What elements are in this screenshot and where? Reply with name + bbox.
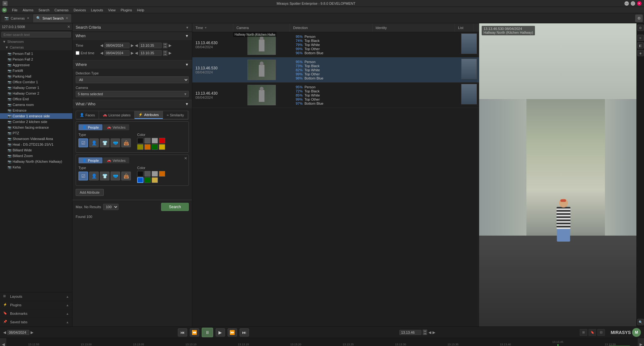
time-spin-down-btn[interactable]: ▼ (423, 332, 427, 335)
date-start-input[interactable] (104, 43, 130, 48)
cameras-section[interactable]: ▼ Cameras (0, 44, 72, 50)
color-black-1[interactable] (137, 138, 143, 144)
tab-settings-btn[interactable]: ⚙ (635, 15, 643, 22)
sidebar-close-btn[interactable]: ✕ (67, 25, 70, 29)
col-header-identity[interactable]: Identity (373, 23, 455, 32)
tab-cameras-close[interactable]: ✕ (27, 16, 29, 20)
settings-gear-btn[interactable]: ⚙ (637, 25, 644, 31)
settings-btn-3[interactable]: ◧ (637, 42, 644, 49)
minimize-button[interactable]: — (624, 1, 629, 6)
sidebar-saved-tabs[interactable]: 📌 Saved tabs ▲ (0, 318, 72, 326)
col-header-time[interactable]: Time ▼ (192, 23, 233, 32)
color-darkgray-1[interactable] (144, 138, 151, 144)
type-person-btn-2[interactable]: 👤 (89, 172, 99, 180)
time-prev-bottom-btn[interactable]: ◀ (428, 330, 431, 335)
play-btn[interactable]: ▶ (216, 328, 225, 337)
end-time-prev-btn[interactable]: ◀ (100, 51, 103, 55)
camera-aggressive[interactable]: 📷Aggressive (0, 62, 72, 68)
color-gold-1[interactable] (159, 144, 165, 150)
tab-similarity[interactable]: ≈ Similarity (163, 111, 188, 119)
type-bag-btn-2[interactable]: 👜 (121, 172, 131, 180)
camera-heat[interactable]: 📷Heat - DS-2TD2136-15/V1 (0, 142, 72, 147)
what-who-header[interactable]: What / Who ▼ (73, 100, 192, 108)
color-lightgray-2[interactable] (152, 171, 158, 177)
time-input[interactable] (399, 330, 421, 335)
attr-block-2-close[interactable]: ✕ (184, 156, 187, 161)
camera-corridor-1-entrance[interactable]: 📷Corridor 1 entrance side (0, 113, 72, 119)
vehicles-subtab-2[interactable]: 🚗 Vehicles (103, 157, 129, 163)
col-header-list[interactable]: List (455, 23, 474, 32)
color-blue-2[interactable] (137, 177, 143, 183)
timeline-prev-btn[interactable]: ◀ (0, 338, 6, 346)
settings-btn-4[interactable]: ◈ (637, 50, 644, 56)
step-back-btn[interactable]: ⏪ (190, 328, 199, 337)
menu-layouts[interactable]: Layouts (91, 8, 103, 12)
menu-view[interactable]: View (108, 8, 116, 12)
camera-camera-room[interactable]: 📷Camera room (0, 102, 72, 108)
type-shirt-btn-1[interactable]: 👕 (100, 138, 109, 147)
color-orange-1[interactable] (144, 144, 151, 150)
max-results-select[interactable]: 100 200 500 (103, 204, 119, 210)
date-input[interactable] (7, 330, 29, 335)
tab-attributes[interactable]: ⚡ Attributes (135, 111, 163, 119)
fast-forward-btn[interactable]: ⏩ (228, 328, 237, 337)
camera-keha[interactable]: 📷Keha (0, 164, 72, 170)
color-green-2[interactable] (144, 177, 151, 183)
end-time-next2-btn[interactable]: ▶ (169, 51, 171, 55)
camera-office-end[interactable]: 📷Office End (0, 96, 72, 102)
timeline-content[interactable]: 13.12.55 13.13.00 13.13.05 13.13.10 13.1… (6, 338, 638, 346)
end-time-checkbox[interactable] (76, 51, 79, 55)
when-header[interactable]: When ▼ (73, 32, 192, 40)
menu-help[interactable]: Help (137, 8, 144, 12)
menu-file[interactable]: File (12, 8, 18, 12)
camera-showroom-video[interactable]: 📷Showroom Videowall Area (0, 136, 72, 142)
color-darkgray-2[interactable] (144, 171, 151, 177)
menu-plugins[interactable]: Plugins (121, 8, 132, 12)
end-time-jump-btn[interactable]: ◀ (135, 51, 138, 55)
color-yellow-1[interactable] (137, 144, 143, 150)
time-spin-up[interactable]: ▲ (163, 43, 167, 45)
rewind-btn[interactable]: ⏮ (178, 328, 187, 337)
tab-faces[interactable]: 👤 Faces (76, 111, 99, 119)
date-end-input[interactable] (104, 50, 130, 56)
menu-search[interactable]: Search (38, 8, 49, 12)
camera-hallway-north[interactable]: 📷Hallway North (Kitchen Hallway) (0, 159, 72, 164)
end-time-spin-down[interactable]: ▼ (163, 53, 167, 56)
split-layout-btn[interactable]: ⊟ (597, 329, 605, 336)
result-row-3[interactable]: 13.13.46.430 08/04/2024 (192, 83, 479, 108)
sidebar-layouts[interactable]: ⊞ Layouts ▲ (0, 292, 72, 301)
type-pants-btn-2[interactable]: 🩲 (111, 172, 120, 180)
camera-hallway-corner-2[interactable]: 📷Hallway Corner 2 (0, 91, 72, 96)
menu-devices[interactable]: Devices (73, 8, 86, 12)
color-red-1[interactable] (159, 138, 165, 144)
sidebar-plugins[interactable]: ⚡ Plugins ▲ (0, 301, 72, 309)
time-spin-down[interactable]: ▼ (163, 46, 167, 48)
result-row-2[interactable]: 13.13.46.530 08/04/2024 (192, 57, 479, 83)
camera-kitchen-entrance[interactable]: 📷Kitchen facing entrance (0, 125, 72, 130)
time-next2-btn[interactable]: ▶ (169, 43, 171, 48)
time-jump-btn[interactable]: ◀ (135, 43, 138, 48)
camera-person-fall-1[interactable]: 📷Person Fall 1 (0, 51, 72, 56)
type-all-btn-2[interactable]: ☑ (78, 172, 88, 180)
people-subtab-2[interactable]: 👤 People (78, 157, 102, 163)
camera-entrance[interactable]: 📷Entrance (0, 108, 72, 113)
camera-billiard-wide[interactable]: 📷Billiard Wide (0, 147, 72, 153)
time-spin-up-btn[interactable]: ▲ (423, 330, 427, 332)
time-prev-btn[interactable]: ◀ (100, 43, 103, 48)
color-orange-2[interactable] (159, 171, 165, 177)
camera-parking-hall[interactable]: 📷Parking Hall (0, 73, 72, 79)
end-time-spin-up[interactable]: ▲ (163, 50, 167, 53)
tab-cameras[interactable]: 📷 Cameras ✕ (1, 14, 32, 22)
grid-layout-btn[interactable]: ⊞ (580, 329, 587, 336)
search-button[interactable]: Search (161, 203, 189, 211)
camera-office-corridor-1[interactable]: 📷Office Corridor 1 (0, 79, 72, 85)
type-all-btn-1[interactable]: ☑ (78, 138, 88, 147)
camera-forklift[interactable]: 📷Forklift (0, 68, 72, 73)
close-button[interactable]: ✕ (637, 1, 641, 6)
time-next-bottom-btn[interactable]: ▶ (432, 330, 435, 335)
color-lightgray-1[interactable] (152, 138, 158, 144)
where-header[interactable]: Where ▼ (73, 61, 192, 69)
type-shirt-btn-2[interactable]: 👕 (100, 172, 109, 180)
camera-select[interactable]: 5 items selected (76, 91, 189, 97)
menu-alarms[interactable]: Alarms (23, 8, 33, 12)
